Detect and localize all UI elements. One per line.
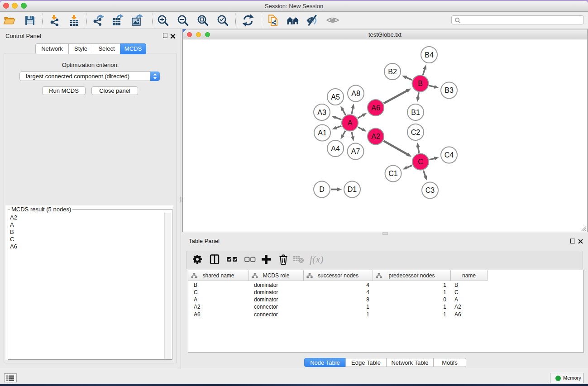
svg-text:A5: A5 bbox=[331, 93, 340, 101]
svg-text:A6: A6 bbox=[371, 104, 380, 112]
svg-text:C2: C2 bbox=[411, 129, 421, 136]
svg-text:B3: B3 bbox=[445, 86, 454, 94]
svg-text:D: D bbox=[319, 186, 325, 193]
svg-text:C4: C4 bbox=[445, 151, 454, 159]
svg-text:A: A bbox=[348, 119, 353, 127]
svg-text:A2: A2 bbox=[371, 133, 380, 140]
svg-text:C1: C1 bbox=[388, 170, 398, 177]
svg-text:A3: A3 bbox=[317, 109, 326, 116]
svg-text:D1: D1 bbox=[348, 186, 357, 193]
svg-text:A1: A1 bbox=[318, 129, 327, 137]
svg-text:A4: A4 bbox=[331, 145, 340, 152]
svg-text:A7: A7 bbox=[351, 148, 360, 155]
svg-text:B1: B1 bbox=[411, 109, 420, 116]
svg-text:C: C bbox=[418, 158, 423, 166]
svg-text:B2: B2 bbox=[388, 68, 397, 76]
svg-text:C3: C3 bbox=[425, 186, 435, 194]
svg-text:A8: A8 bbox=[351, 90, 360, 97]
svg-text:B: B bbox=[418, 80, 423, 87]
svg-text:B4: B4 bbox=[425, 51, 434, 59]
